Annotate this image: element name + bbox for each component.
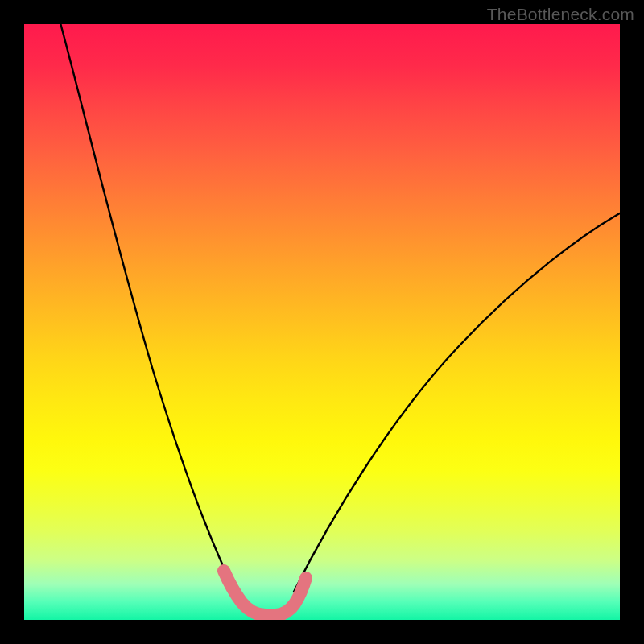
highlight-u [224,571,306,615]
curve-left-branch [60,24,235,592]
curve-right-branch [294,211,620,592]
plot-area [24,24,620,620]
curve-layer [24,24,620,620]
chart-frame: TheBottleneck.com [0,0,644,644]
watermark-text: TheBottleneck.com [487,5,634,24]
